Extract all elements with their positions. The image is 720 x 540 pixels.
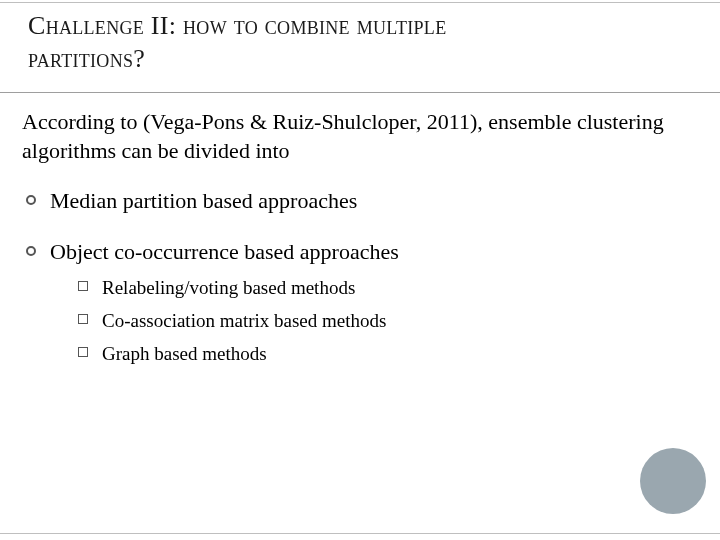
title-underline xyxy=(0,92,720,93)
bullet-text: Object co-occurrence based approaches xyxy=(50,239,399,264)
sub-bullet-text: Co-association matrix based methods xyxy=(102,310,386,331)
slide: Challenge II: how to combine multiple pa… xyxy=(0,0,720,540)
intro-text: According to (Vega-Pons & Ruiz-Shulclope… xyxy=(22,108,692,165)
title-line-1: Challenge II: how to combine multiple xyxy=(28,10,692,43)
list-item: Object co-occurrence based approaches Re… xyxy=(22,238,692,367)
bottom-rule xyxy=(0,533,720,534)
decorative-circle-icon xyxy=(640,448,706,514)
sub-bullet-text: Graph based methods xyxy=(102,343,267,364)
slide-body: According to (Vega-Pons & Ruiz-Shulclope… xyxy=(22,108,692,388)
list-item: Median partition based approaches xyxy=(22,187,692,216)
top-rule xyxy=(0,2,720,3)
bullet-text: Median partition based approaches xyxy=(50,188,357,213)
sub-bullet-text: Relabeling/voting based methods xyxy=(102,277,355,298)
slide-title: Challenge II: how to combine multiple pa… xyxy=(28,10,692,75)
list-item: Relabeling/voting based methods xyxy=(78,276,692,301)
bullet-list: Median partition based approaches Object… xyxy=(22,187,692,366)
list-item: Graph based methods xyxy=(78,342,692,367)
title-line-2: partitions? xyxy=(28,43,692,76)
sub-bullet-list: Relabeling/voting based methods Co-assoc… xyxy=(50,276,692,366)
list-item: Co-association matrix based methods xyxy=(78,309,692,334)
